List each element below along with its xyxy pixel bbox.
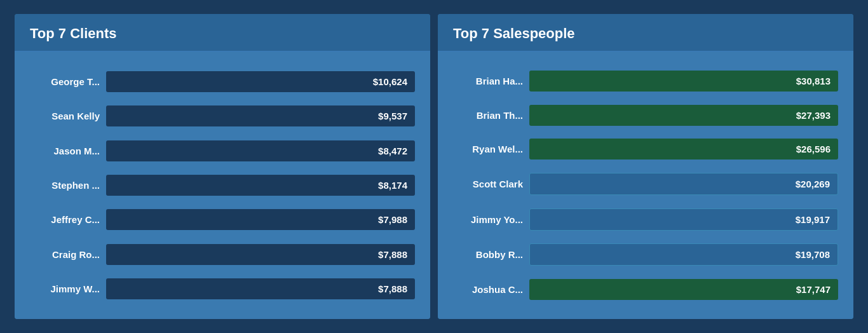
client-name: Jimmy W... (30, 283, 100, 294)
sales-list-item: Brian Th... $27,393 (453, 105, 838, 126)
salesperson-bar: $26,596 (529, 139, 838, 160)
clients-panel-header: Top 7 Clients (15, 14, 430, 51)
salesperson-name: Scott Clark (453, 179, 523, 189)
client-bar: $7,888 (106, 278, 415, 299)
sales-list-item: Scott Clark $20,269 (453, 173, 838, 195)
salesperson-bar: $20,269 (529, 173, 838, 195)
client-name: Sean Kelly (30, 111, 100, 121)
sales-list-item: Brian Ha... $30,813 (453, 71, 838, 92)
sales-list-item: Ryan Wel... $26,596 (453, 139, 838, 160)
client-name: Jeffrey C... (30, 214, 100, 225)
salesperson-bar: $27,393 (529, 105, 838, 126)
salesperson-name: Brian Ha... (453, 76, 523, 86)
salesperson-name: Bobby R... (453, 249, 523, 260)
clients-list-item: Jason M... $8,472 (30, 140, 415, 161)
salesperson-name: Joshua C... (453, 284, 523, 295)
panels-container: Top 7 Clients George T... $10,624 Sean K… (8, 8, 860, 325)
salesperson-bar: $19,708 (529, 243, 838, 266)
salesperson-bar: $30,813 (529, 71, 838, 92)
salespeople-panel: Top 7 Salespeople Brian Ha... $30,813 Br… (438, 14, 853, 319)
clients-panel: Top 7 Clients George T... $10,624 Sean K… (15, 14, 430, 319)
clients-list-item: Craig Ro... $7,888 (30, 244, 415, 265)
salespeople-panel-title: Top 7 Salespeople (453, 25, 575, 41)
client-name: Stephen ... (30, 180, 100, 191)
client-bar: $8,174 (106, 175, 415, 196)
salesperson-bar: $19,917 (529, 208, 838, 231)
clients-list-item: Stephen ... $8,174 (30, 175, 415, 196)
client-bar: $8,472 (106, 140, 415, 161)
clients-list-item: Sean Kelly $9,537 (30, 105, 415, 126)
client-name: Craig Ro... (30, 249, 100, 260)
sales-list-item: Jimmy Yo... $19,917 (453, 208, 838, 231)
client-name: Jason M... (30, 146, 100, 156)
salesperson-name: Jimmy Yo... (453, 214, 523, 225)
salespeople-panel-body: Brian Ha... $30,813 Brian Th... $27,393 … (438, 51, 853, 319)
client-bar: $7,988 (106, 209, 415, 230)
clients-list-item: George T... $10,624 (30, 71, 415, 92)
client-bar: $9,537 (106, 105, 415, 126)
clients-list-item: Jeffrey C... $7,988 (30, 209, 415, 230)
salesperson-name: Brian Th... (453, 110, 523, 121)
salesperson-bar: $17,747 (529, 279, 838, 300)
client-bar: $10,624 (106, 71, 415, 92)
salesperson-name: Ryan Wel... (453, 144, 523, 154)
clients-list-item: Jimmy W... $7,888 (30, 278, 415, 299)
client-bar: $7,888 (106, 244, 415, 265)
clients-panel-title: Top 7 Clients (30, 25, 117, 41)
client-name: George T... (30, 76, 100, 87)
salespeople-panel-header: Top 7 Salespeople (438, 14, 853, 51)
sales-list-item: Joshua C... $17,747 (453, 279, 838, 300)
sales-list-item: Bobby R... $19,708 (453, 243, 838, 266)
clients-panel-body: George T... $10,624 Sean Kelly $9,537 Ja… (15, 51, 430, 319)
